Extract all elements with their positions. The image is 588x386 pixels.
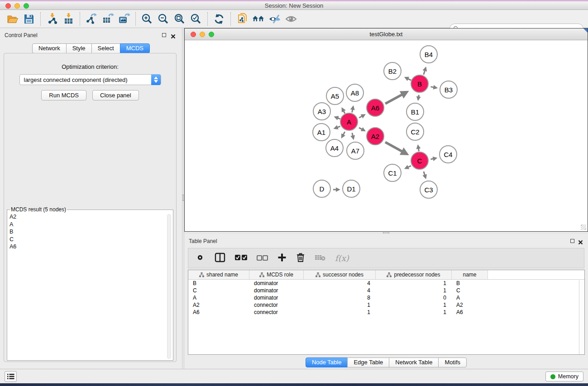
result-item[interactable]: A6 [8, 243, 166, 251]
function-builder-icon[interactable]: f(x) [335, 253, 349, 263]
tab-select[interactable]: Select [91, 43, 120, 53]
column-header-MCDS-role[interactable]: MCDS role [249, 270, 304, 279]
tab-node-table[interactable]: Node Table [306, 357, 348, 367]
table-cell: C [188, 287, 249, 294]
table-row[interactable]: Bdominator41B [188, 280, 584, 287]
list-icon [7, 373, 14, 380]
network-window-titlebar[interactable]: testGlobe.txt [185, 29, 588, 40]
import-network-icon[interactable] [44, 11, 60, 27]
delete-table-icon[interactable] [315, 254, 325, 263]
gear-icon[interactable] [195, 253, 205, 264]
column-header-name[interactable]: name [452, 270, 488, 279]
float-panel-icon[interactable] [570, 239, 574, 243]
mcds-panel: Optimization criterion: largest connecte… [4, 53, 177, 362]
add-column-icon[interactable] [277, 253, 287, 264]
graph-node-B3[interactable]: B3 [440, 81, 458, 99]
app-titlebar: Session: New Session [0, 1, 588, 10]
zoom-in-icon[interactable] [139, 11, 155, 27]
graph-node-C2[interactable]: C2 [406, 123, 424, 141]
memory-label: Memory [558, 373, 578, 380]
graph-node-A[interactable]: A [340, 113, 358, 131]
tab-network-table[interactable]: Network Table [389, 357, 439, 367]
table-row[interactable]: Cdominator41C [188, 287, 584, 294]
zoom-out-icon[interactable] [155, 11, 172, 27]
column-pane-icon[interactable] [215, 253, 225, 264]
graph-node-A7[interactable]: A7 [346, 142, 364, 160]
resize-grip-icon[interactable] [581, 224, 586, 230]
task-history-button[interactable] [5, 371, 17, 382]
close-panel-button[interactable]: Close panel [92, 90, 139, 100]
column-sort-icon [387, 272, 392, 277]
duplicate-network-icon[interactable] [234, 11, 250, 27]
zoom-fit-icon[interactable] [172, 11, 188, 27]
graph-node-C1[interactable]: C1 [383, 164, 402, 182]
column-header-shared-name[interactable]: shared name [188, 270, 249, 279]
network-window-title: testGlobe.txt [185, 31, 588, 38]
column-header-predecessor-nodes[interactable]: predecessor nodes [376, 270, 452, 279]
close-panel-icon[interactable] [578, 238, 583, 247]
export-table-icon[interactable] [100, 11, 116, 27]
first-neighbors-icon[interactable] [250, 11, 267, 27]
tab-network[interactable]: Network [32, 43, 67, 53]
graph-node-A6[interactable]: A6 [366, 99, 384, 117]
graph-node-A1[interactable]: A1 [312, 123, 330, 141]
graph-node-B4[interactable]: B4 [420, 45, 438, 63]
select-all-icon[interactable] [235, 254, 247, 262]
table-cell: 1 [304, 301, 376, 309]
graph-node-C4[interactable]: C4 [439, 145, 457, 163]
graph-node-A5[interactable]: A5 [326, 87, 344, 105]
network-view-window: testGlobe.txt B4B2BB3A5A8A6A3B1AA1C2A2A4… [184, 28, 588, 232]
graph-node-A8[interactable]: A8 [346, 84, 364, 102]
result-item[interactable]: C [8, 236, 166, 243]
import-table-icon[interactable] [60, 11, 76, 27]
column-sort-icon [199, 272, 204, 277]
table-row[interactable]: A6connector11A6 [188, 309, 584, 316]
open-file-icon[interactable] [5, 11, 21, 27]
refresh-icon[interactable] [211, 11, 227, 27]
criterion-dropdown[interactable]: largest connected component (directed) [19, 74, 161, 85]
tab-mcds[interactable]: MCDS [120, 43, 150, 53]
deselect-all-icon[interactable] [257, 254, 268, 262]
graph-node-A4[interactable]: A4 [325, 139, 344, 157]
graph-node-D1[interactable]: D1 [342, 180, 360, 198]
tab-style[interactable]: Style [66, 43, 92, 53]
save-session-icon[interactable] [21, 11, 37, 27]
graph-node-C[interactable]: C [411, 152, 429, 170]
table-scrollbar[interactable] [579, 280, 584, 354]
table-row[interactable]: A2connector11A2 [188, 301, 584, 309]
export-image-icon[interactable] [116, 11, 132, 27]
hide-selected-icon[interactable] [267, 11, 283, 27]
zoom-selected-icon[interactable] [188, 11, 204, 27]
graph-node-A3[interactable]: A3 [313, 102, 331, 120]
graph-node-B2[interactable]: B2 [383, 62, 402, 80]
tab-edge-table[interactable]: Edge Table [347, 357, 389, 367]
float-panel-icon[interactable] [162, 33, 166, 37]
run-mcds-button[interactable]: Run MCDS [41, 90, 86, 100]
result-item[interactable]: B [8, 228, 166, 236]
graph-node-C3[interactable]: C3 [420, 181, 438, 199]
table-cell: 8 [304, 294, 376, 301]
table-cell: dominator [249, 280, 304, 287]
graph-node-B[interactable]: B [411, 75, 429, 93]
node-table: shared nameMCDS rolesuccessor nodesprede… [188, 270, 585, 355]
column-header-successor-nodes[interactable]: successor nodes [304, 270, 376, 279]
graph-node-B1[interactable]: B1 [406, 103, 424, 121]
show-all-icon[interactable] [283, 11, 299, 27]
graph-node-D[interactable]: D [313, 180, 331, 198]
application-window: Session: New Session [0, 0, 588, 386]
splitter-grip [182, 195, 184, 201]
result-scrollbar[interactable] [167, 214, 171, 359]
delete-icon[interactable] [296, 253, 305, 264]
result-item[interactable]: A [8, 221, 166, 229]
column-sort-icon [259, 272, 264, 277]
table-cell: A2 [188, 301, 249, 309]
tab-motifs[interactable]: Motifs [438, 357, 467, 367]
table-row[interactable]: Adominator80A [188, 294, 584, 301]
graph-node-A2[interactable]: A2 [366, 127, 384, 145]
memory-button[interactable]: Memory [545, 372, 583, 381]
network-canvas[interactable]: B4B2BB3A5A8A6A3B1AA1C2A2A4A7C4CC1C3DD1 [185, 41, 587, 231]
result-item[interactable]: A2 [8, 213, 166, 221]
close-panel-icon[interactable] [171, 33, 176, 41]
export-network-icon[interactable] [83, 11, 100, 27]
table-panel-tabs: Node TableEdge TableNetwork TableMotifs [184, 357, 588, 367]
